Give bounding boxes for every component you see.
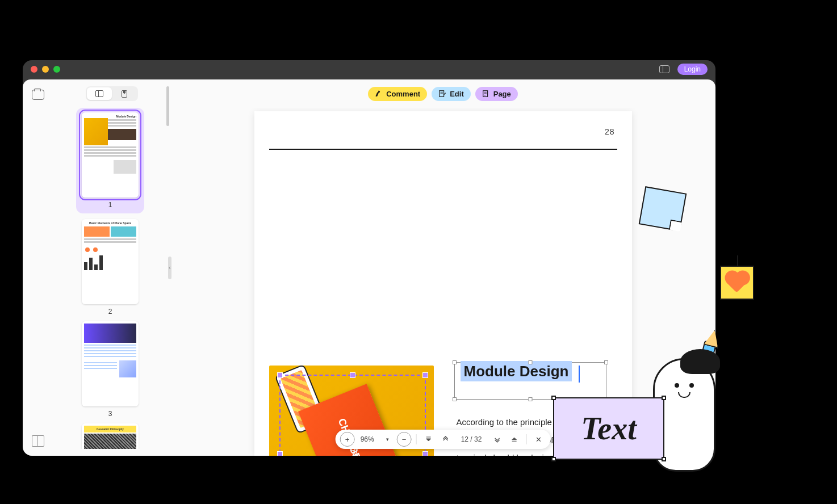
- thumbnail-number: 1: [81, 201, 140, 209]
- files-icon[interactable]: [32, 90, 44, 100]
- comment-mode-button[interactable]: Comment: [368, 87, 427, 101]
- crop-handle-t[interactable]: [350, 372, 355, 378]
- close-toolbar-button[interactable]: ✕: [531, 432, 546, 447]
- sidebar-toggle-icon[interactable]: [659, 65, 669, 73]
- thumbnail-4[interactable]: Geometric Philosophy: [59, 423, 161, 449]
- frame-handle[interactable]: [528, 397, 532, 401]
- first-page-button[interactable]: [421, 432, 436, 447]
- text-decoration-label: Text: [581, 410, 636, 447]
- left-rail: [23, 79, 53, 456]
- thumbnail-2[interactable]: Basic Elements of Plane Space 2: [59, 219, 161, 316]
- zoom-in-button[interactable]: +: [340, 432, 355, 447]
- sticky-note-decoration: [639, 186, 687, 232]
- thumbnail-sidebar: Module Design 1 Basic Elements of Plane …: [53, 79, 170, 456]
- frame-handle[interactable]: [528, 360, 532, 364]
- zoom-dropdown[interactable]: [380, 432, 395, 447]
- edit-mode-button[interactable]: Edit: [432, 87, 471, 101]
- text-caret: [579, 366, 580, 383]
- scrollbar[interactable]: [166, 86, 169, 126]
- text-card-decoration: Text: [553, 397, 664, 460]
- prev-page-button[interactable]: [438, 432, 453, 447]
- bookmarks-view-button[interactable]: [112, 87, 137, 100]
- panel-icon: [95, 90, 103, 97]
- mode-toolbar: Comment Edit Page: [170, 79, 715, 108]
- heading-text-frame[interactable]: Module Design: [454, 362, 606, 400]
- edit-doc-icon: [438, 90, 446, 98]
- sidebar-view-toggle: [86, 86, 138, 101]
- window-close-button[interactable]: [31, 66, 37, 73]
- thumbnails-view-button[interactable]: [87, 87, 112, 100]
- page-doc-icon: [482, 90, 490, 98]
- mode-label: Page: [493, 90, 511, 98]
- zoom-out-button[interactable]: −: [397, 432, 412, 447]
- character-illustration: [653, 332, 744, 480]
- thumb-title: Basic Elements of Plane Space: [84, 221, 136, 225]
- heart-card-decoration: [720, 266, 754, 300]
- thumb-title: Geometric Philosophy: [84, 426, 136, 432]
- page-mode-button[interactable]: Page: [475, 87, 518, 101]
- frame-handle[interactable]: [604, 360, 608, 364]
- page-number: 28: [605, 127, 615, 136]
- page-heading[interactable]: Module Design: [461, 361, 572, 381]
- login-button[interactable]: Login: [677, 64, 708, 75]
- last-page-button[interactable]: [507, 432, 521, 447]
- page-rule: [269, 149, 617, 150]
- app-window: Login Module Design: [23, 60, 715, 456]
- crop-handle-r[interactable]: [422, 451, 428, 456]
- thumbnails-list[interactable]: Module Design 1 Basic Elements of Plane …: [59, 108, 165, 449]
- next-page-button[interactable]: [489, 432, 504, 447]
- window-zoom-button[interactable]: [53, 66, 60, 73]
- reader-icon[interactable]: [32, 435, 44, 446]
- crop-handle-tr[interactable]: [422, 372, 428, 378]
- page-indicator: 12 / 32: [455, 435, 488, 443]
- highlighter-icon: [375, 90, 383, 98]
- window-minimize-button[interactable]: [42, 66, 49, 73]
- thumbnail-number: 3: [59, 410, 161, 418]
- bottom-toolbar: + 96% − 12 / 32 ✕: [336, 430, 551, 449]
- frame-handle[interactable]: [453, 360, 457, 364]
- zoom-level: 96%: [357, 435, 378, 443]
- frame-handle[interactable]: [453, 397, 457, 401]
- titlebar: Login: [23, 60, 715, 78]
- thumbnail-3[interactable]: 3: [59, 321, 161, 418]
- crop-handle-l[interactable]: [277, 451, 283, 456]
- thumbnail-number: 2: [59, 308, 161, 316]
- mode-label: Comment: [386, 90, 420, 98]
- mode-label: Edit: [450, 90, 464, 98]
- bookmark-icon: [122, 90, 127, 98]
- thumbnail-1[interactable]: Module Design 1: [76, 108, 144, 213]
